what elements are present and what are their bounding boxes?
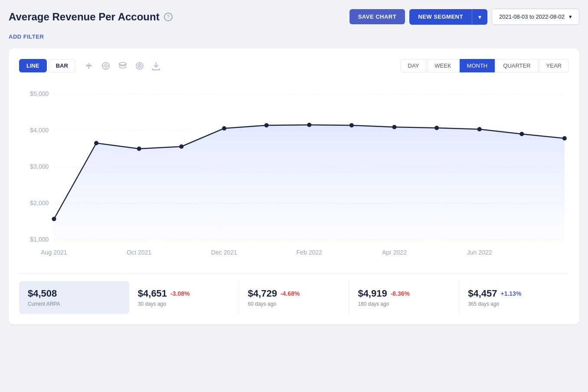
svg-point-30 (265, 123, 269, 127)
svg-text:$2,000: $2,000 (30, 199, 49, 206)
svg-point-33 (392, 125, 396, 129)
chart-container: LINE BAR (9, 49, 579, 324)
chart-icons (84, 61, 160, 71)
arpa-60-change: -4.68% (281, 290, 300, 297)
svg-text:Feb 2022: Feb 2022 (296, 249, 322, 256)
page-title: Average Revenue Per Account (9, 11, 160, 23)
svg-point-36 (519, 132, 524, 136)
chart-type-line-button[interactable]: LINE (19, 59, 47, 72)
stack-icon[interactable] (118, 62, 127, 70)
header: Average Revenue Per Account ? SAVE CHART… (9, 9, 579, 25)
svg-text:$4,000: $4,000 (30, 127, 49, 134)
svg-point-26 (94, 141, 98, 145)
time-period-week-button[interactable]: WEEK (427, 59, 458, 72)
title-area: Average Revenue Per Account ? (9, 11, 173, 23)
stat-value-current: $4,508 (28, 288, 120, 299)
stat-card-30: $4,651 -3.08% 30 days ago (129, 281, 239, 314)
chart-type-group: LINE BAR (19, 59, 160, 72)
chart-svg-wrapper: $5,000 $4,000 $3,000 $2,000 $1,000 (19, 81, 569, 265)
svg-text:$5,000: $5,000 (30, 90, 49, 97)
svg-point-27 (137, 147, 141, 151)
time-period-group: DAY WEEK MONTH QUARTER YEAR (401, 59, 569, 72)
svg-text:$3,000: $3,000 (30, 163, 49, 170)
svg-point-28 (179, 144, 183, 149)
arpa-365-change: +1.13% (500, 290, 521, 297)
filter-section: ADD FILTER (9, 32, 579, 42)
chart-controls: LINE BAR (19, 59, 569, 72)
svg-point-35 (477, 127, 482, 131)
time-period-month-button[interactable]: MONTH (460, 59, 495, 72)
new-segment-dropdown-button[interactable]: ▾ (472, 9, 487, 25)
target-icon[interactable] (135, 62, 144, 70)
stat-card-60: $4,729 -4.68% 60 days ago (239, 281, 350, 314)
arpa-30-value: $4,651 (138, 288, 167, 299)
svg-marker-24 (54, 125, 565, 240)
stat-label-180: 180 days ago (358, 301, 450, 307)
help-icon[interactable]: ? (164, 13, 173, 21)
date-range-chevron-icon: ▾ (569, 13, 572, 20)
stat-label-365: 365 days ago (468, 301, 560, 307)
stat-card-current: $4,508 Current ARPA (19, 281, 129, 314)
date-range-button[interactable]: 2021-08-03 to 2022-08-02 ▾ (492, 9, 579, 25)
page-container: Average Revenue Per Account ? SAVE CHART… (9, 9, 579, 324)
svg-text:Apr 2022: Apr 2022 (382, 249, 407, 256)
svg-text:Dec 2021: Dec 2021 (211, 249, 237, 256)
settings-icon[interactable] (101, 62, 110, 70)
compare-icon[interactable] (84, 61, 94, 71)
stat-value-30: $4,651 -3.08% (138, 288, 230, 299)
arpa-180-change: -8.36% (391, 290, 410, 297)
add-filter-button[interactable]: ADD FILTER (9, 32, 44, 42)
new-segment-button[interactable]: NEW SEGMENT (409, 9, 472, 25)
stat-value-180: $4,919 -8.36% (358, 288, 450, 299)
current-arpa-value: $4,508 (28, 288, 57, 299)
svg-text:Aug 2021: Aug 2021 (41, 249, 67, 256)
time-period-year-button[interactable]: YEAR (539, 59, 569, 72)
chart-type-bar-button[interactable]: BAR (49, 59, 75, 72)
stat-label-60: 60 days ago (248, 301, 340, 307)
svg-text:$1,000: $1,000 (30, 236, 49, 243)
date-range-value: 2021-08-03 to 2022-08-02 (499, 13, 565, 20)
svg-point-8 (119, 62, 126, 65)
stat-card-365: $4,457 +1.13% 365 days ago (459, 281, 569, 314)
svg-point-11 (139, 65, 140, 66)
new-segment-group: NEW SEGMENT ▾ (409, 9, 487, 25)
svg-point-31 (307, 123, 311, 127)
svg-point-3 (105, 65, 107, 67)
stat-label-current: Current ARPA (28, 301, 120, 307)
arpa-365-value: $4,457 (468, 288, 497, 299)
time-period-day-button[interactable]: DAY (401, 59, 427, 72)
svg-point-37 (562, 136, 567, 140)
arpa-180-value: $4,919 (358, 288, 387, 299)
line-chart: $5,000 $4,000 $3,000 $2,000 $1,000 (19, 81, 569, 263)
svg-text:Oct 2021: Oct 2021 (127, 249, 151, 256)
stats-row: $4,508 Current ARPA $4,651 -3.08% 30 day… (19, 274, 569, 314)
svg-point-29 (222, 126, 226, 131)
svg-point-25 (52, 217, 56, 221)
arpa-60-value: $4,729 (248, 288, 277, 299)
download-icon[interactable] (152, 61, 160, 71)
stat-value-60: $4,729 -4.68% (248, 288, 340, 299)
stat-label-30: 30 days ago (138, 301, 230, 307)
header-actions: SAVE CHART NEW SEGMENT ▾ 2021-08-03 to 2… (350, 9, 579, 25)
stat-value-365: $4,457 +1.13% (468, 288, 560, 299)
stat-card-180: $4,919 -8.36% 180 days ago (349, 281, 459, 314)
svg-point-34 (434, 126, 439, 130)
time-period-quarter-button[interactable]: QUARTER (496, 59, 538, 72)
save-chart-button[interactable]: SAVE CHART (350, 9, 405, 24)
svg-point-32 (350, 123, 354, 127)
svg-text:Jun 2022: Jun 2022 (467, 249, 492, 256)
arpa-30-change: -3.08% (170, 290, 189, 297)
